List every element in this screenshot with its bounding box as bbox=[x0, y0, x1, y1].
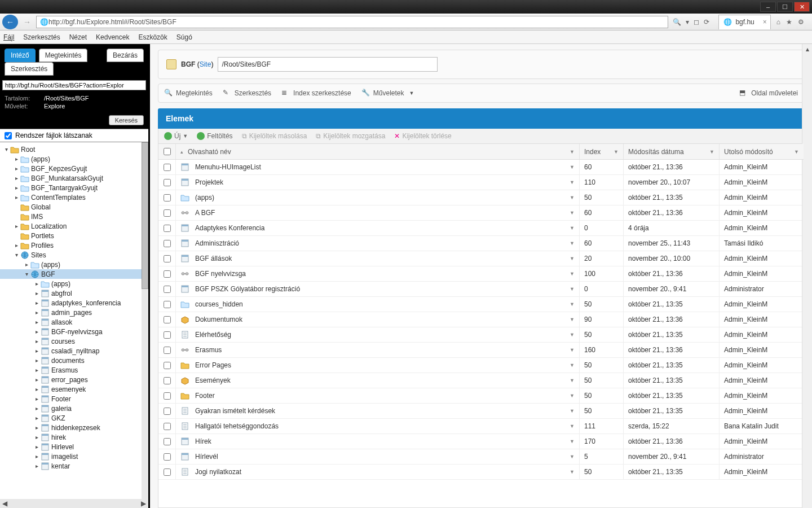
row-checkbox[interactable] bbox=[164, 453, 171, 461]
row-checkbox[interactable] bbox=[164, 392, 171, 400]
table-row[interactable]: Gyakran ismételt kérdések▼50október 21.,… bbox=[158, 404, 804, 419]
window-close-button[interactable]: ✕ bbox=[794, 2, 810, 12]
tree-expand-icon[interactable]: ▸ bbox=[34, 376, 39, 383]
toolbar-index-button[interactable]: ≣Index szerkesztése bbox=[281, 89, 351, 98]
sidebar-tab-explore[interactable]: Intéző bbox=[5, 49, 36, 62]
row-menu-icon[interactable]: ▼ bbox=[570, 240, 575, 246]
table-row[interactable]: BGF PSZK Gólyatábor regisztráció▼0novemb… bbox=[158, 282, 804, 297]
home-icon[interactable]: ⌂ bbox=[776, 18, 780, 26]
row-checkbox[interactable] bbox=[164, 362, 171, 369]
tree-node[interactable]: ▸BGF_KepzesGyujt bbox=[0, 164, 148, 173]
favorites-icon[interactable]: ★ bbox=[786, 18, 792, 26]
tree-expand-icon[interactable]: ▸ bbox=[24, 261, 29, 268]
tree-expand-icon[interactable]: ▸ bbox=[34, 290, 39, 296]
tree-node[interactable]: ▸csaladi_nyiltnap bbox=[0, 346, 148, 356]
row-menu-icon[interactable]: ▼ bbox=[570, 423, 575, 429]
row-checkbox[interactable] bbox=[164, 377, 171, 384]
table-row[interactable]: Események▼50október 21., 13:35Admin_Klei… bbox=[158, 373, 804, 388]
tree-node[interactable]: ▸BGF_TantargyakGyujt bbox=[0, 183, 148, 192]
search-icon[interactable]: 🔍 bbox=[673, 18, 681, 26]
tree-node[interactable]: ▸galeria bbox=[0, 404, 148, 413]
tree-node[interactable]: ▸GKZ bbox=[0, 413, 148, 423]
row-checkbox[interactable] bbox=[164, 270, 171, 278]
tree-expand-icon[interactable]: ▸ bbox=[34, 386, 39, 392]
row-checkbox[interactable] bbox=[164, 225, 171, 232]
row-menu-icon[interactable]: ▼ bbox=[570, 225, 575, 231]
tree-node[interactable]: Portlets bbox=[0, 231, 148, 240]
tree-node[interactable]: ▸hiddenkepzesek bbox=[0, 423, 148, 432]
nav-forward-button[interactable]: → bbox=[19, 15, 35, 29]
table-row[interactable]: Jogi nyilatkozat▼50október 21., 13:35Adm… bbox=[158, 465, 804, 480]
tree-node[interactable]: ▸BGF-nyelvvizsga bbox=[0, 327, 148, 336]
table-row[interactable]: Elérhetőség▼50október 21., 13:35Admin_Kl… bbox=[158, 327, 804, 343]
table-row[interactable]: Footer▼50október 21., 13:35Admin_KleinM bbox=[158, 388, 804, 404]
path-input[interactable]: /Root/Sites/BGF bbox=[218, 57, 438, 72]
toolbar-pageops-button[interactable]: ⬒Oldal műveletei bbox=[739, 89, 798, 98]
tree-expand-icon[interactable]: ▸ bbox=[14, 194, 19, 200]
grid-header-index[interactable]: Index▼ bbox=[579, 144, 623, 159]
nav-back-button[interactable]: ← bbox=[2, 15, 18, 29]
tree-node[interactable]: ▾BGF bbox=[0, 269, 148, 279]
row-checkbox[interactable] bbox=[164, 194, 171, 202]
row-checkbox[interactable] bbox=[164, 468, 171, 476]
chevron-down-icon[interactable]: ▼ bbox=[614, 149, 619, 155]
system-files-checkbox[interactable]: Rendszer fájlok látszanak bbox=[0, 129, 148, 142]
tree-node[interactable]: ▸Hirlevel bbox=[0, 442, 148, 452]
sidebar-url-field[interactable]: http://bgf.hu/Root/Sites/BGF?action=Expl… bbox=[2, 80, 146, 90]
tree-node[interactable]: ▸abgfrol bbox=[0, 288, 148, 298]
table-row[interactable]: Projektek▼110november 20., 10:07Admin_Kl… bbox=[158, 175, 804, 190]
sidebar-close-button[interactable]: Bezárás bbox=[107, 49, 144, 62]
tree-node[interactable]: ▸admin_pages bbox=[0, 308, 148, 317]
tree-expand-icon[interactable]: ▸ bbox=[34, 444, 39, 450]
toolbar-view-button[interactable]: 🔍Megtekintés bbox=[164, 89, 213, 98]
chevron-down-icon[interactable]: ▼ bbox=[570, 149, 575, 155]
table-row[interactable]: (apps)▼50október 21., 13:35Admin_KleinM bbox=[158, 190, 804, 205]
tree-expand-icon[interactable]: ▸ bbox=[34, 319, 39, 325]
tree-node[interactable]: ▸esemenyek bbox=[0, 384, 148, 394]
menu-help[interactable]: Súgó bbox=[176, 33, 192, 41]
row-menu-icon[interactable]: ▼ bbox=[570, 286, 575, 292]
tree-node[interactable]: ▸error_pages bbox=[0, 375, 148, 384]
table-row[interactable]: Hírek▼170október 21., 13:36Admin_KleinM bbox=[158, 434, 804, 449]
stop-icon[interactable]: ◻ bbox=[694, 18, 699, 26]
tree-expand-icon[interactable]: ▾ bbox=[14, 252, 19, 258]
tree-node[interactable]: ▾Sites bbox=[0, 250, 148, 260]
tree-scrollbar[interactable] bbox=[142, 142, 148, 499]
tree-node[interactable]: ▸Profiles bbox=[0, 240, 148, 250]
row-menu-icon[interactable]: ▼ bbox=[570, 195, 575, 200]
table-row[interactable]: A BGF▼60október 21., 13:36Admin_KleinM bbox=[158, 205, 804, 221]
tree-expand-icon[interactable]: ▾ bbox=[24, 271, 29, 277]
content-scrollbar[interactable]: ▴ bbox=[802, 44, 812, 508]
tree-expand-icon[interactable]: ▸ bbox=[14, 175, 19, 181]
row-menu-icon[interactable]: ▼ bbox=[570, 164, 575, 170]
tree-expand-icon[interactable]: ▸ bbox=[34, 367, 39, 373]
tree-node[interactable]: Global bbox=[0, 202, 148, 212]
row-menu-icon[interactable]: ▼ bbox=[570, 301, 575, 307]
row-checkbox[interactable] bbox=[164, 179, 171, 186]
action-upload-button[interactable]: Feltöltés bbox=[197, 132, 232, 140]
tree-node[interactable]: IMS bbox=[0, 212, 148, 221]
row-menu-icon[interactable]: ▼ bbox=[570, 332, 575, 338]
tree-expand-icon[interactable]: ▸ bbox=[34, 453, 39, 459]
tree-node[interactable]: ▾Root bbox=[0, 144, 148, 154]
row-checkbox[interactable] bbox=[164, 423, 171, 430]
table-row[interactable]: Menuhu-HUImageList▼60október 21., 13:36A… bbox=[158, 160, 804, 175]
tree-expand-icon[interactable]: ▸ bbox=[34, 463, 39, 469]
grid-header-checkbox[interactable] bbox=[158, 144, 175, 159]
tree-node[interactable]: ▸(apps) bbox=[0, 260, 148, 269]
row-menu-icon[interactable]: ▼ bbox=[570, 378, 575, 383]
tab-close-icon[interactable]: × bbox=[763, 18, 767, 26]
row-checkbox[interactable] bbox=[164, 408, 171, 415]
row-checkbox[interactable] bbox=[164, 209, 171, 217]
menu-favorites[interactable]: Kedvencek bbox=[96, 33, 129, 41]
row-checkbox[interactable] bbox=[164, 316, 171, 323]
tree-expand-icon[interactable]: ▸ bbox=[34, 434, 39, 440]
sidebar-search-button[interactable]: Keresés bbox=[109, 115, 144, 125]
address-bar[interactable]: 🌐 http://bgf.hu/Explore.html#/Root/Sites… bbox=[36, 16, 668, 28]
scroll-up-icon[interactable]: ▴ bbox=[802, 44, 812, 54]
content-type-link[interactable]: Site bbox=[200, 60, 211, 68]
tree-expand-icon[interactable]: ▸ bbox=[34, 309, 39, 316]
tree-expand-icon[interactable]: ▸ bbox=[14, 185, 19, 191]
row-checkbox[interactable] bbox=[164, 286, 171, 293]
table-row[interactable]: courses_hidden▼50október 21., 13:35Admin… bbox=[158, 297, 804, 312]
